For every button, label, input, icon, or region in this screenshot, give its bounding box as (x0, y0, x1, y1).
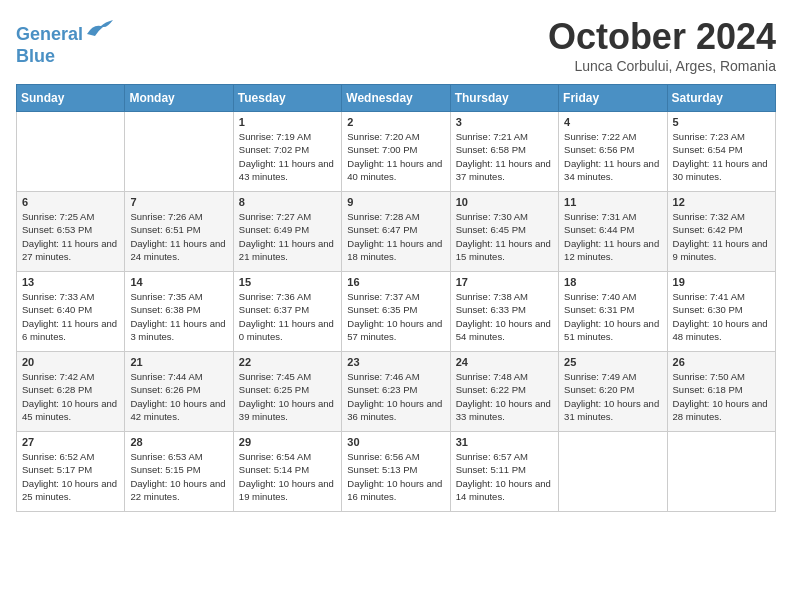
calendar-cell: 2Sunrise: 7:20 AM Sunset: 7:00 PM Daylig… (342, 112, 450, 192)
day-info: Sunrise: 7:40 AM Sunset: 6:31 PM Dayligh… (564, 290, 661, 343)
day-info: Sunrise: 7:19 AM Sunset: 7:02 PM Dayligh… (239, 130, 336, 183)
calendar-week-row: 27Sunrise: 6:52 AM Sunset: 5:17 PM Dayli… (17, 432, 776, 512)
calendar-cell: 1Sunrise: 7:19 AM Sunset: 7:02 PM Daylig… (233, 112, 341, 192)
calendar-cell: 28Sunrise: 6:53 AM Sunset: 5:15 PM Dayli… (125, 432, 233, 512)
calendar-cell: 4Sunrise: 7:22 AM Sunset: 6:56 PM Daylig… (559, 112, 667, 192)
day-info: Sunrise: 7:22 AM Sunset: 6:56 PM Dayligh… (564, 130, 661, 183)
day-number: 10 (456, 196, 553, 208)
day-info: Sunrise: 7:41 AM Sunset: 6:30 PM Dayligh… (673, 290, 770, 343)
day-info: Sunrise: 7:45 AM Sunset: 6:25 PM Dayligh… (239, 370, 336, 423)
weekday-header-friday: Friday (559, 85, 667, 112)
calendar-cell: 6Sunrise: 7:25 AM Sunset: 6:53 PM Daylig… (17, 192, 125, 272)
weekday-header-thursday: Thursday (450, 85, 558, 112)
day-number: 17 (456, 276, 553, 288)
weekday-header-wednesday: Wednesday (342, 85, 450, 112)
day-number: 25 (564, 356, 661, 368)
day-info: Sunrise: 7:49 AM Sunset: 6:20 PM Dayligh… (564, 370, 661, 423)
day-info: Sunrise: 7:38 AM Sunset: 6:33 PM Dayligh… (456, 290, 553, 343)
day-number: 22 (239, 356, 336, 368)
month-title: October 2024 (548, 16, 776, 58)
calendar-cell: 3Sunrise: 7:21 AM Sunset: 6:58 PM Daylig… (450, 112, 558, 192)
calendar-cell: 17Sunrise: 7:38 AM Sunset: 6:33 PM Dayli… (450, 272, 558, 352)
calendar-cell: 26Sunrise: 7:50 AM Sunset: 6:18 PM Dayli… (667, 352, 775, 432)
day-number: 26 (673, 356, 770, 368)
day-info: Sunrise: 7:30 AM Sunset: 6:45 PM Dayligh… (456, 210, 553, 263)
calendar-cell: 8Sunrise: 7:27 AM Sunset: 6:49 PM Daylig… (233, 192, 341, 272)
weekday-header-monday: Monday (125, 85, 233, 112)
location-subtitle: Lunca Corbului, Arges, Romania (548, 58, 776, 74)
day-number: 24 (456, 356, 553, 368)
day-info: Sunrise: 7:31 AM Sunset: 6:44 PM Dayligh… (564, 210, 661, 263)
calendar-cell: 15Sunrise: 7:36 AM Sunset: 6:37 PM Dayli… (233, 272, 341, 352)
calendar-cell: 30Sunrise: 6:56 AM Sunset: 5:13 PM Dayli… (342, 432, 450, 512)
day-info: Sunrise: 7:27 AM Sunset: 6:49 PM Dayligh… (239, 210, 336, 263)
calendar-cell: 31Sunrise: 6:57 AM Sunset: 5:11 PM Dayli… (450, 432, 558, 512)
calendar-cell: 18Sunrise: 7:40 AM Sunset: 6:31 PM Dayli… (559, 272, 667, 352)
day-number: 2 (347, 116, 444, 128)
calendar-cell: 22Sunrise: 7:45 AM Sunset: 6:25 PM Dayli… (233, 352, 341, 432)
logo-text: General (16, 16, 115, 46)
day-number: 19 (673, 276, 770, 288)
calendar-cell: 21Sunrise: 7:44 AM Sunset: 6:26 PM Dayli… (125, 352, 233, 432)
day-number: 9 (347, 196, 444, 208)
day-number: 11 (564, 196, 661, 208)
calendar-cell (667, 432, 775, 512)
calendar-cell: 24Sunrise: 7:48 AM Sunset: 6:22 PM Dayli… (450, 352, 558, 432)
calendar-cell: 20Sunrise: 7:42 AM Sunset: 6:28 PM Dayli… (17, 352, 125, 432)
calendar-cell (559, 432, 667, 512)
day-number: 5 (673, 116, 770, 128)
day-info: Sunrise: 7:28 AM Sunset: 6:47 PM Dayligh… (347, 210, 444, 263)
calendar-cell: 16Sunrise: 7:37 AM Sunset: 6:35 PM Dayli… (342, 272, 450, 352)
day-number: 29 (239, 436, 336, 448)
calendar-cell: 10Sunrise: 7:30 AM Sunset: 6:45 PM Dayli… (450, 192, 558, 272)
day-info: Sunrise: 7:33 AM Sunset: 6:40 PM Dayligh… (22, 290, 119, 343)
title-block: October 2024 Lunca Corbului, Arges, Roma… (548, 16, 776, 74)
calendar-cell: 5Sunrise: 7:23 AM Sunset: 6:54 PM Daylig… (667, 112, 775, 192)
day-number: 27 (22, 436, 119, 448)
day-number: 13 (22, 276, 119, 288)
day-info: Sunrise: 7:32 AM Sunset: 6:42 PM Dayligh… (673, 210, 770, 263)
calendar-week-row: 13Sunrise: 7:33 AM Sunset: 6:40 PM Dayli… (17, 272, 776, 352)
day-info: Sunrise: 7:25 AM Sunset: 6:53 PM Dayligh… (22, 210, 119, 263)
calendar-cell: 7Sunrise: 7:26 AM Sunset: 6:51 PM Daylig… (125, 192, 233, 272)
calendar-cell: 23Sunrise: 7:46 AM Sunset: 6:23 PM Dayli… (342, 352, 450, 432)
calendar-cell: 29Sunrise: 6:54 AM Sunset: 5:14 PM Dayli… (233, 432, 341, 512)
calendar-cell: 14Sunrise: 7:35 AM Sunset: 6:38 PM Dayli… (125, 272, 233, 352)
day-number: 7 (130, 196, 227, 208)
calendar-week-row: 1Sunrise: 7:19 AM Sunset: 7:02 PM Daylig… (17, 112, 776, 192)
day-info: Sunrise: 7:44 AM Sunset: 6:26 PM Dayligh… (130, 370, 227, 423)
day-info: Sunrise: 7:50 AM Sunset: 6:18 PM Dayligh… (673, 370, 770, 423)
day-number: 18 (564, 276, 661, 288)
day-number: 12 (673, 196, 770, 208)
day-info: Sunrise: 7:37 AM Sunset: 6:35 PM Dayligh… (347, 290, 444, 343)
day-number: 3 (456, 116, 553, 128)
calendar-cell: 27Sunrise: 6:52 AM Sunset: 5:17 PM Dayli… (17, 432, 125, 512)
day-number: 21 (130, 356, 227, 368)
calendar-week-row: 20Sunrise: 7:42 AM Sunset: 6:28 PM Dayli… (17, 352, 776, 432)
day-info: Sunrise: 6:57 AM Sunset: 5:11 PM Dayligh… (456, 450, 553, 503)
day-number: 20 (22, 356, 119, 368)
day-number: 6 (22, 196, 119, 208)
page-header: General Blue October 2024 Lunca Corbului… (16, 16, 776, 74)
day-info: Sunrise: 7:46 AM Sunset: 6:23 PM Dayligh… (347, 370, 444, 423)
calendar-table: SundayMondayTuesdayWednesdayThursdayFrid… (16, 84, 776, 512)
day-number: 30 (347, 436, 444, 448)
calendar-cell (125, 112, 233, 192)
weekday-header-sunday: Sunday (17, 85, 125, 112)
day-number: 31 (456, 436, 553, 448)
day-number: 15 (239, 276, 336, 288)
day-info: Sunrise: 7:48 AM Sunset: 6:22 PM Dayligh… (456, 370, 553, 423)
day-info: Sunrise: 6:56 AM Sunset: 5:13 PM Dayligh… (347, 450, 444, 503)
logo: General Blue (16, 16, 115, 67)
weekday-header-row: SundayMondayTuesdayWednesdayThursdayFrid… (17, 85, 776, 112)
day-info: Sunrise: 7:26 AM Sunset: 6:51 PM Dayligh… (130, 210, 227, 263)
day-info: Sunrise: 6:52 AM Sunset: 5:17 PM Dayligh… (22, 450, 119, 503)
calendar-cell: 25Sunrise: 7:49 AM Sunset: 6:20 PM Dayli… (559, 352, 667, 432)
day-info: Sunrise: 7:21 AM Sunset: 6:58 PM Dayligh… (456, 130, 553, 183)
day-info: Sunrise: 7:42 AM Sunset: 6:28 PM Dayligh… (22, 370, 119, 423)
day-number: 8 (239, 196, 336, 208)
weekday-header-tuesday: Tuesday (233, 85, 341, 112)
calendar-cell: 11Sunrise: 7:31 AM Sunset: 6:44 PM Dayli… (559, 192, 667, 272)
day-info: Sunrise: 7:20 AM Sunset: 7:00 PM Dayligh… (347, 130, 444, 183)
calendar-week-row: 6Sunrise: 7:25 AM Sunset: 6:53 PM Daylig… (17, 192, 776, 272)
